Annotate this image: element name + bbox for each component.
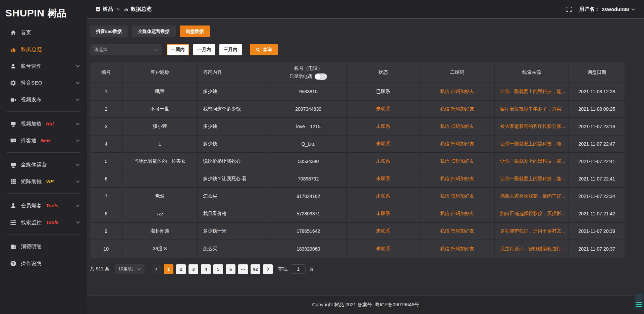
tab-media-operation-data[interactable]: 全媒体运营数据 bbox=[132, 25, 176, 37]
sidebar-item-account-manage[interactable]: 账号管理 bbox=[0, 58, 87, 74]
cell-date: 2021-11-07 20:39 bbox=[569, 223, 625, 240]
cell-source-link[interactable]: 客厅安装投影半年多了，真实... bbox=[495, 101, 569, 117]
page-button-5[interactable]: 5 bbox=[213, 264, 223, 274]
bar-chart-icon bbox=[124, 7, 128, 12]
sidebar-item-icon bbox=[10, 260, 16, 267]
account-select[interactable]: 请选择 bbox=[90, 44, 162, 55]
logo-text-cn: 树品 bbox=[48, 9, 66, 18]
cell-account: 178651642 bbox=[270, 223, 347, 240]
cell-source-link[interactable]: 如何正确选择投影仪，买投影... bbox=[495, 205, 569, 222]
sidebar-item-media-operation[interactable]: 全媒体运营 bbox=[0, 156, 87, 173]
sidebar-item-icon bbox=[10, 121, 16, 127]
sidebar-item-label: 视频加热 bbox=[21, 120, 42, 127]
column-header-qrcode: 二维码 bbox=[420, 62, 495, 83]
cell-nickname: 36度 8 bbox=[122, 240, 198, 258]
breadcrumb-current[interactable]: 数据总览 bbox=[124, 6, 152, 13]
sidebar-item-matrix-boost[interactable]: 矩阵助推 VIP bbox=[0, 173, 87, 190]
page-button-4[interactable]: 4 bbox=[201, 264, 211, 274]
sidebar-item-icon bbox=[10, 138, 16, 144]
cell-qrcode-link[interactable]: 私信 扫码加好友 bbox=[420, 240, 495, 258]
time-filter-month[interactable]: 一月内 bbox=[193, 44, 216, 55]
column-header-id: 编号 bbox=[90, 62, 122, 83]
fullscreen-icon[interactable] bbox=[566, 6, 572, 12]
dashboard-icon bbox=[96, 7, 100, 11]
tab-inquiry-data[interactable]: 询盘数据 bbox=[180, 25, 210, 37]
table-header: 编号 客户昵称 咨询内容 帐号（电话） 只显示电话 状态 二维码 线索来源 询盘… bbox=[90, 62, 625, 83]
page-button-2[interactable]: 2 bbox=[176, 264, 186, 274]
cell-nickname: 哦章 bbox=[122, 83, 198, 100]
sidebar-item-consumption-detail[interactable]: 消费明细 bbox=[0, 238, 87, 255]
phone-only-row: 只显示电话 bbox=[289, 73, 327, 80]
sidebar-item-video-publish[interactable]: 视频发布 bbox=[0, 91, 87, 108]
pagination: 共 911 条 10条/页 1 2 3 4 5 bbox=[90, 264, 625, 274]
breadcrumb-root[interactable]: 树品 bbox=[96, 6, 113, 13]
chevron-down-icon bbox=[631, 8, 635, 11]
app-logo: SHUPIN 树品 bbox=[0, 0, 87, 21]
page-button-3[interactable]: 3 bbox=[189, 264, 198, 274]
sidebar-item-instructions[interactable]: 操作说明 bbox=[0, 255, 87, 272]
sidebar-item-douketong[interactable]: 抖客通 New bbox=[0, 132, 87, 149]
sidebar-item-douyin-seo[interactable]: 抖音SEO bbox=[0, 74, 87, 91]
sidebar-item-clue-monitor[interactable]: 线索监控 Tools bbox=[0, 214, 87, 231]
column-header-content: 咨询内容 bbox=[198, 62, 270, 83]
page-button-ellipsis[interactable]: ··· bbox=[238, 264, 248, 274]
column-header-nickname: 客户昵称 bbox=[122, 62, 198, 83]
inquiry-table: 编号 客户昵称 咨询内容 帐号（电话） 只显示电话 状态 二维码 线索来源 询盘… bbox=[90, 62, 625, 258]
cell-nickname: zzz bbox=[122, 205, 198, 222]
cell-source-link[interactable]: 让你一眼就爱上的黑科技，能... bbox=[495, 153, 569, 170]
sidebar-item-data-overview[interactable]: 数据总览 bbox=[0, 41, 87, 58]
cell-qrcode-link[interactable]: 私信 扫码加好友 bbox=[420, 205, 495, 222]
cell-qrcode-link[interactable]: 私信 扫码加好友 bbox=[420, 170, 495, 187]
user-menu[interactable]: 用户名：zswodun88 bbox=[579, 6, 635, 12]
page-size-select[interactable]: 10条/页 bbox=[115, 264, 145, 274]
prev-page-button[interactable] bbox=[151, 264, 161, 274]
cell-qrcode-link[interactable]: 私信 扫码加好友 bbox=[420, 136, 495, 152]
cell-date: 2021-11-08 12:28 bbox=[569, 83, 625, 100]
cell-account: Q_Liu. bbox=[270, 136, 347, 152]
cell-qrcode-link[interactable]: 私信 扫码加好友 bbox=[420, 101, 495, 117]
sidebar-item-label: 首页 bbox=[21, 29, 31, 36]
search-button[interactable]: 查询 bbox=[250, 44, 278, 55]
cell-source-link[interactable]: 让你一眼就爱上的黑科技，能... bbox=[495, 170, 569, 187]
phone-only-toggle[interactable] bbox=[315, 73, 327, 80]
time-filter-quarter[interactable]: 三月内 bbox=[219, 44, 242, 55]
time-filter-week[interactable]: 一周内 bbox=[167, 44, 189, 55]
sidebar-item-label: 线索监控 bbox=[21, 219, 42, 226]
cell-source-link[interactable]: 被大家追着问的客厅投影分享... bbox=[495, 118, 569, 135]
floating-chat-widget[interactable] bbox=[634, 293, 644, 310]
tab-douyin-seo-data[interactable]: 抖音seo数据 bbox=[90, 25, 128, 37]
cell-id: 5 bbox=[90, 153, 122, 170]
cell-qrcode-link[interactable]: 私信 扫码加好友 bbox=[420, 83, 495, 100]
cell-status: 未联系 bbox=[347, 240, 420, 258]
cell-source-link[interactable]: 让你一眼就爱上的黑科技，能... bbox=[495, 83, 569, 100]
cell-source-link[interactable]: 让你一眼就爱上的黑科技，能... bbox=[495, 136, 569, 152]
cell-source-link[interactable]: 多功能护栏灯，适用于乡村文... bbox=[495, 223, 569, 240]
page-button-92[interactable]: 92 bbox=[251, 264, 260, 274]
cell-account: love__1215 bbox=[270, 118, 347, 135]
table-row: 3 狐小狸 多少钱 love__1215 未联系 私信 扫码加好友 被大家追着问… bbox=[90, 118, 625, 136]
page-button-6[interactable]: 6 bbox=[226, 264, 235, 274]
chevron-down-icon bbox=[76, 204, 80, 207]
next-page-button[interactable] bbox=[263, 264, 273, 274]
sidebar-item-member-baoke[interactable]: 会员爆客 Tools bbox=[0, 197, 87, 214]
page-button-1[interactable]: 1 bbox=[164, 264, 173, 274]
cell-qrcode-link[interactable]: 私信 扫码加好友 bbox=[420, 118, 495, 135]
cell-source-link[interactable]: 无主灯设计，智能磁吸轨道灯... bbox=[495, 240, 569, 258]
cell-source-link[interactable]: 感谢大家喜欢我家，被问了好... bbox=[495, 188, 569, 205]
table-row: 7 觉然 怎么买 917024162 未联系 私信 扫码加好友 感谢大家喜欢我家… bbox=[90, 188, 625, 205]
cell-content: 怎么买 bbox=[198, 188, 270, 205]
goto-page-input[interactable] bbox=[291, 264, 306, 274]
main-area: 树品 > 数据总览 用户名：zswodun88 抖音seo数据 全媒体运营数据 bbox=[87, 0, 644, 314]
cell-qrcode-link[interactable]: 私信 扫码加好友 bbox=[420, 153, 495, 170]
footer: Copyright 树品 2021 备案号: 粤ICP备09019646号 bbox=[87, 295, 644, 314]
cell-id: 3 bbox=[90, 118, 122, 135]
cell-qrcode-link[interactable]: 私信 扫码加好友 bbox=[420, 223, 495, 240]
cell-account: 572803371 bbox=[270, 205, 347, 222]
cell-nickname: 当地比较能吃的一位美女 bbox=[122, 153, 198, 170]
sidebar-item-home[interactable]: 首页 bbox=[0, 24, 87, 41]
cell-status: 已联系 bbox=[347, 83, 420, 100]
cell-account: 70898792 bbox=[270, 170, 347, 187]
chevron-right-icon bbox=[266, 267, 270, 271]
sidebar-item-video-heat[interactable]: 视频加热 Hot bbox=[0, 115, 87, 132]
cell-qrcode-link[interactable]: 私信 扫码加好友 bbox=[420, 188, 495, 205]
